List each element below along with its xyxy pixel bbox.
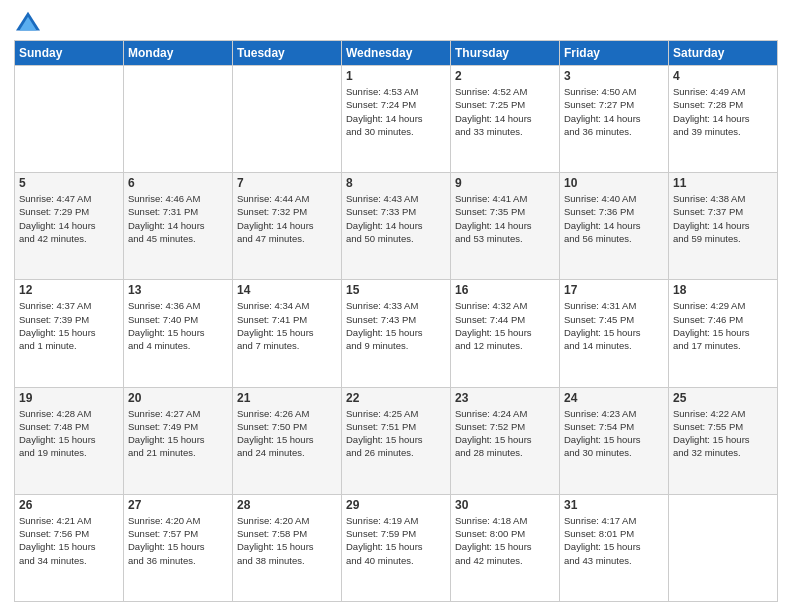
day-info: Sunrise: 4:44 AM Sunset: 7:32 PM Dayligh… [237, 192, 337, 245]
calendar-cell: 9Sunrise: 4:41 AM Sunset: 7:35 PM Daylig… [451, 173, 560, 280]
calendar-cell: 21Sunrise: 4:26 AM Sunset: 7:50 PM Dayli… [233, 387, 342, 494]
weekday-header-row: SundayMondayTuesdayWednesdayThursdayFrid… [15, 41, 778, 66]
day-number: 11 [673, 176, 773, 190]
day-info: Sunrise: 4:41 AM Sunset: 7:35 PM Dayligh… [455, 192, 555, 245]
calendar-cell: 24Sunrise: 4:23 AM Sunset: 7:54 PM Dayli… [560, 387, 669, 494]
calendar-cell: 6Sunrise: 4:46 AM Sunset: 7:31 PM Daylig… [124, 173, 233, 280]
day-info: Sunrise: 4:21 AM Sunset: 7:56 PM Dayligh… [19, 514, 119, 567]
day-info: Sunrise: 4:27 AM Sunset: 7:49 PM Dayligh… [128, 407, 228, 460]
calendar: SundayMondayTuesdayWednesdayThursdayFrid… [14, 40, 778, 602]
day-number: 13 [128, 283, 228, 297]
day-number: 9 [455, 176, 555, 190]
weekday-header-tuesday: Tuesday [233, 41, 342, 66]
day-info: Sunrise: 4:37 AM Sunset: 7:39 PM Dayligh… [19, 299, 119, 352]
calendar-week-row-3: 12Sunrise: 4:37 AM Sunset: 7:39 PM Dayli… [15, 280, 778, 387]
calendar-cell: 25Sunrise: 4:22 AM Sunset: 7:55 PM Dayli… [669, 387, 778, 494]
calendar-cell: 2Sunrise: 4:52 AM Sunset: 7:25 PM Daylig… [451, 66, 560, 173]
calendar-cell [124, 66, 233, 173]
day-info: Sunrise: 4:18 AM Sunset: 8:00 PM Dayligh… [455, 514, 555, 567]
day-info: Sunrise: 4:43 AM Sunset: 7:33 PM Dayligh… [346, 192, 446, 245]
calendar-cell: 30Sunrise: 4:18 AM Sunset: 8:00 PM Dayli… [451, 494, 560, 601]
day-number: 10 [564, 176, 664, 190]
day-number: 18 [673, 283, 773, 297]
day-info: Sunrise: 4:52 AM Sunset: 7:25 PM Dayligh… [455, 85, 555, 138]
calendar-cell: 8Sunrise: 4:43 AM Sunset: 7:33 PM Daylig… [342, 173, 451, 280]
calendar-cell: 27Sunrise: 4:20 AM Sunset: 7:57 PM Dayli… [124, 494, 233, 601]
day-number: 29 [346, 498, 446, 512]
day-info: Sunrise: 4:22 AM Sunset: 7:55 PM Dayligh… [673, 407, 773, 460]
day-info: Sunrise: 4:50 AM Sunset: 7:27 PM Dayligh… [564, 85, 664, 138]
day-number: 7 [237, 176, 337, 190]
day-info: Sunrise: 4:28 AM Sunset: 7:48 PM Dayligh… [19, 407, 119, 460]
day-number: 17 [564, 283, 664, 297]
calendar-cell [15, 66, 124, 173]
day-info: Sunrise: 4:32 AM Sunset: 7:44 PM Dayligh… [455, 299, 555, 352]
day-number: 30 [455, 498, 555, 512]
calendar-cell: 18Sunrise: 4:29 AM Sunset: 7:46 PM Dayli… [669, 280, 778, 387]
day-number: 25 [673, 391, 773, 405]
day-info: Sunrise: 4:24 AM Sunset: 7:52 PM Dayligh… [455, 407, 555, 460]
calendar-cell: 11Sunrise: 4:38 AM Sunset: 7:37 PM Dayli… [669, 173, 778, 280]
day-info: Sunrise: 4:36 AM Sunset: 7:40 PM Dayligh… [128, 299, 228, 352]
calendar-cell: 17Sunrise: 4:31 AM Sunset: 7:45 PM Dayli… [560, 280, 669, 387]
day-info: Sunrise: 4:20 AM Sunset: 7:58 PM Dayligh… [237, 514, 337, 567]
day-number: 24 [564, 391, 664, 405]
day-number: 5 [19, 176, 119, 190]
calendar-cell: 23Sunrise: 4:24 AM Sunset: 7:52 PM Dayli… [451, 387, 560, 494]
day-number: 31 [564, 498, 664, 512]
calendar-cell: 14Sunrise: 4:34 AM Sunset: 7:41 PM Dayli… [233, 280, 342, 387]
weekday-header-friday: Friday [560, 41, 669, 66]
calendar-cell: 31Sunrise: 4:17 AM Sunset: 8:01 PM Dayli… [560, 494, 669, 601]
calendar-cell: 28Sunrise: 4:20 AM Sunset: 7:58 PM Dayli… [233, 494, 342, 601]
calendar-cell: 29Sunrise: 4:19 AM Sunset: 7:59 PM Dayli… [342, 494, 451, 601]
calendar-week-row-5: 26Sunrise: 4:21 AM Sunset: 7:56 PM Dayli… [15, 494, 778, 601]
day-info: Sunrise: 4:49 AM Sunset: 7:28 PM Dayligh… [673, 85, 773, 138]
day-number: 23 [455, 391, 555, 405]
day-number: 20 [128, 391, 228, 405]
weekday-header-wednesday: Wednesday [342, 41, 451, 66]
page: SundayMondayTuesdayWednesdayThursdayFrid… [0, 0, 792, 612]
day-number: 14 [237, 283, 337, 297]
day-info: Sunrise: 4:19 AM Sunset: 7:59 PM Dayligh… [346, 514, 446, 567]
calendar-cell: 10Sunrise: 4:40 AM Sunset: 7:36 PM Dayli… [560, 173, 669, 280]
day-info: Sunrise: 4:38 AM Sunset: 7:37 PM Dayligh… [673, 192, 773, 245]
day-number: 15 [346, 283, 446, 297]
day-info: Sunrise: 4:40 AM Sunset: 7:36 PM Dayligh… [564, 192, 664, 245]
day-number: 22 [346, 391, 446, 405]
calendar-cell: 7Sunrise: 4:44 AM Sunset: 7:32 PM Daylig… [233, 173, 342, 280]
header [14, 10, 778, 34]
weekday-header-saturday: Saturday [669, 41, 778, 66]
calendar-cell: 26Sunrise: 4:21 AM Sunset: 7:56 PM Dayli… [15, 494, 124, 601]
calendar-week-row-4: 19Sunrise: 4:28 AM Sunset: 7:48 PM Dayli… [15, 387, 778, 494]
day-number: 19 [19, 391, 119, 405]
calendar-cell: 4Sunrise: 4:49 AM Sunset: 7:28 PM Daylig… [669, 66, 778, 173]
day-number: 12 [19, 283, 119, 297]
calendar-cell: 1Sunrise: 4:53 AM Sunset: 7:24 PM Daylig… [342, 66, 451, 173]
day-info: Sunrise: 4:33 AM Sunset: 7:43 PM Dayligh… [346, 299, 446, 352]
day-info: Sunrise: 4:46 AM Sunset: 7:31 PM Dayligh… [128, 192, 228, 245]
day-number: 26 [19, 498, 119, 512]
logo-icon [14, 10, 42, 34]
day-number: 3 [564, 69, 664, 83]
calendar-cell: 13Sunrise: 4:36 AM Sunset: 7:40 PM Dayli… [124, 280, 233, 387]
day-number: 1 [346, 69, 446, 83]
day-info: Sunrise: 4:20 AM Sunset: 7:57 PM Dayligh… [128, 514, 228, 567]
calendar-cell [669, 494, 778, 601]
day-info: Sunrise: 4:29 AM Sunset: 7:46 PM Dayligh… [673, 299, 773, 352]
day-info: Sunrise: 4:17 AM Sunset: 8:01 PM Dayligh… [564, 514, 664, 567]
day-number: 6 [128, 176, 228, 190]
day-info: Sunrise: 4:47 AM Sunset: 7:29 PM Dayligh… [19, 192, 119, 245]
calendar-cell: 12Sunrise: 4:37 AM Sunset: 7:39 PM Dayli… [15, 280, 124, 387]
day-number: 8 [346, 176, 446, 190]
day-info: Sunrise: 4:31 AM Sunset: 7:45 PM Dayligh… [564, 299, 664, 352]
day-info: Sunrise: 4:25 AM Sunset: 7:51 PM Dayligh… [346, 407, 446, 460]
weekday-header-thursday: Thursday [451, 41, 560, 66]
logo [14, 10, 46, 34]
calendar-cell [233, 66, 342, 173]
weekday-header-monday: Monday [124, 41, 233, 66]
day-number: 28 [237, 498, 337, 512]
calendar-cell: 15Sunrise: 4:33 AM Sunset: 7:43 PM Dayli… [342, 280, 451, 387]
day-number: 21 [237, 391, 337, 405]
weekday-header-sunday: Sunday [15, 41, 124, 66]
calendar-cell: 22Sunrise: 4:25 AM Sunset: 7:51 PM Dayli… [342, 387, 451, 494]
